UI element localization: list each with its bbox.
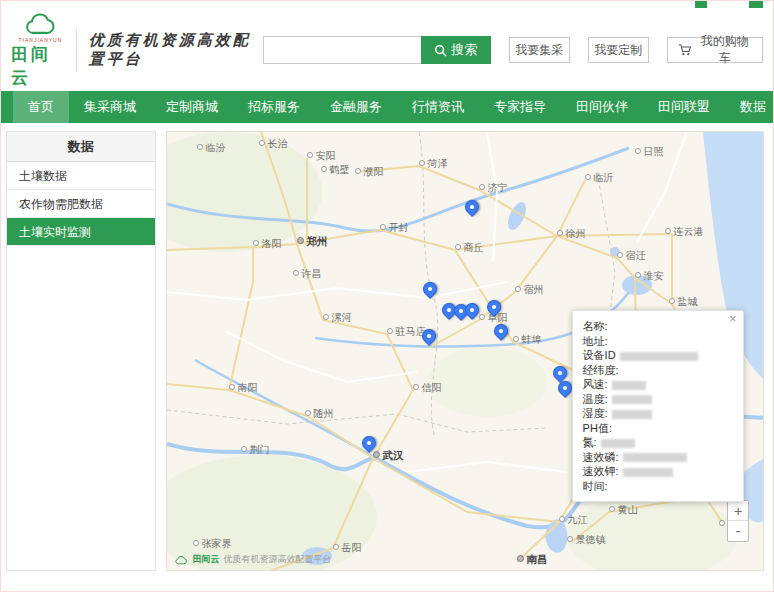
- map-city-label: 临汾: [197, 141, 226, 155]
- info-field: 温度:: [583, 392, 733, 407]
- info-field: 风速:: [583, 377, 733, 392]
- info-field-label: 速效磷:: [583, 451, 619, 463]
- nav-item-5[interactable]: 行情资讯: [397, 91, 479, 123]
- info-field-label: 速效钾:: [583, 465, 619, 477]
- info-window: × 名称:地址:设备ID经纬度:风速:温度:湿度:PH值:氮:速效磷:速效钾:时…: [572, 310, 744, 502]
- zoom-control: + -: [727, 500, 749, 542]
- map-city-label: 鹤壁: [321, 163, 350, 177]
- info-window-fields: 名称:地址:设备ID经纬度:风速:温度:湿度:PH值:氮:速效磷:速效钾:时间:: [583, 319, 733, 493]
- map-city-label: 濮阳: [355, 165, 384, 179]
- nav-item-3[interactable]: 招标服务: [233, 91, 315, 123]
- map-city-label: 郑州: [297, 235, 328, 249]
- map-city-label: 许昌: [293, 267, 322, 281]
- top-strip-fragment: [695, 1, 707, 8]
- info-field-label: 设备ID: [583, 349, 616, 361]
- search-box: 搜索: [263, 36, 491, 64]
- sidebar: 数据 土壤数据农作物需肥数据土壤实时监测: [6, 131, 156, 571]
- info-field: 设备ID: [583, 348, 733, 363]
- nav-item-9[interactable]: 数据: [725, 91, 774, 123]
- map-city-label: 黄山: [609, 503, 638, 517]
- map-city-label: 宿州: [515, 283, 544, 297]
- map-city-label: 岳阳: [333, 541, 362, 555]
- cart-icon: [678, 43, 692, 57]
- nav-item-2[interactable]: 定制商城: [151, 91, 233, 123]
- redacted-value: [601, 439, 635, 448]
- main-nav: 首页集采商城定制商城招标服务金融服务行情资讯专家指导田间伙伴田间联盟数据百科: [1, 91, 773, 123]
- info-field-label: 风速:: [583, 378, 608, 390]
- map-city-label: 长治: [259, 137, 288, 151]
- cloud-logo-icon: [20, 11, 60, 36]
- map-city-label: 济宁: [479, 181, 508, 195]
- zoom-out-button[interactable]: -: [728, 521, 748, 541]
- map-city-label: 洛阳: [253, 237, 282, 251]
- info-field: 氮:: [583, 435, 733, 450]
- map[interactable]: 临汾长治安阳鹤壁濮阳菏泽济宁临沂日照连云港盐城洛阳郑州开封商丘徐州宿迁许昌宿州淮…: [166, 131, 764, 571]
- group-purchase-button[interactable]: 我要集采: [509, 37, 570, 63]
- zoom-in-button[interactable]: +: [728, 501, 748, 521]
- map-city-label: 商丘: [455, 241, 484, 255]
- page: TIANJIANYUN 田间云 优质有机资源高效配置平台 搜索 我要集采 我要定…: [0, 0, 774, 592]
- map-city-label: 南阳: [229, 381, 258, 395]
- logo-title: 田间云: [11, 43, 70, 89]
- info-field: 湿度:: [583, 406, 733, 421]
- map-city-label: 淮安: [635, 269, 664, 283]
- close-icon[interactable]: ×: [729, 312, 737, 326]
- logo[interactable]: TIANJIANYUN 田间云: [11, 11, 70, 89]
- sidebar-item-1[interactable]: 农作物需肥数据: [7, 190, 155, 218]
- search-button[interactable]: 搜索: [421, 36, 491, 64]
- info-field: 速效磷:: [583, 450, 733, 465]
- info-field-label: 经纬度:: [583, 364, 619, 376]
- map-city-label: 宿迁: [617, 249, 646, 263]
- map-city-label: 漯河: [323, 311, 352, 325]
- header: TIANJIANYUN 田间云 优质有机资源高效配置平台 搜索 我要集采 我要定…: [1, 9, 773, 91]
- nav-item-1[interactable]: 集采商城: [69, 91, 151, 123]
- cart-button-label: 我的购物车: [697, 33, 752, 67]
- map-city-label: 信阳: [413, 381, 442, 395]
- info-field-label: 氮:: [583, 436, 597, 448]
- cart-button[interactable]: 我的购物车: [667, 37, 763, 63]
- nav-item-0[interactable]: 首页: [13, 91, 69, 123]
- info-field: 时间:: [583, 479, 733, 494]
- map-city-label: 张家界: [193, 537, 232, 551]
- info-field: PH值:: [583, 421, 733, 436]
- map-city-label: 日照: [635, 145, 664, 159]
- map-city-label: 菏泽: [419, 157, 448, 171]
- map-city-label: 安阳: [307, 149, 336, 163]
- map-city-label: 武汉: [373, 449, 404, 463]
- info-field-label: PH值:: [583, 422, 612, 434]
- header-divider: [76, 28, 77, 72]
- map-city-label: 蚌埠: [513, 333, 542, 347]
- sidebar-list: 土壤数据农作物需肥数据土壤实时监测: [7, 162, 155, 246]
- search-button-label: 搜索: [451, 41, 477, 59]
- info-field-label: 湿度:: [583, 407, 608, 419]
- search-icon: [434, 44, 447, 57]
- redacted-value: [612, 395, 652, 404]
- redacted-value: [623, 453, 687, 462]
- redacted-value: [612, 381, 646, 390]
- info-field: 速效钾:: [583, 464, 733, 479]
- nav-item-6[interactable]: 专家指导: [479, 91, 561, 123]
- info-field-label: 时间:: [583, 480, 608, 492]
- nav-item-7[interactable]: 田间伙伴: [561, 91, 643, 123]
- top-strip-fragment: [749, 1, 763, 8]
- info-field: 地址:: [583, 334, 733, 349]
- info-field-label: 温度:: [583, 393, 608, 405]
- map-city-label: 盐城: [669, 295, 698, 309]
- content: 数据 土壤数据农作物需肥数据土壤实时监测: [1, 123, 773, 571]
- attribution-text: 优质有机资源高效配置平台: [224, 553, 332, 566]
- search-input[interactable]: [263, 36, 421, 64]
- sidebar-title: 数据: [7, 132, 155, 162]
- nav-item-4[interactable]: 金融服务: [315, 91, 397, 123]
- map-city-label: 南昌: [517, 553, 548, 567]
- info-field-label: 地址:: [583, 335, 608, 347]
- sidebar-item-2[interactable]: 土壤实时监测: [7, 218, 155, 246]
- map-city-label: 景德镇: [567, 533, 606, 547]
- tagline: 优质有机资源高效配置平台: [89, 31, 259, 69]
- nav-item-8[interactable]: 田间联盟: [643, 91, 725, 123]
- sidebar-item-0[interactable]: 土壤数据: [7, 162, 155, 190]
- customize-button[interactable]: 我要定制: [588, 37, 649, 63]
- info-field: 名称:: [583, 319, 733, 334]
- map-city-label: 徐州: [557, 227, 586, 241]
- redacted-value: [612, 410, 652, 419]
- top-strip: [1, 1, 773, 9]
